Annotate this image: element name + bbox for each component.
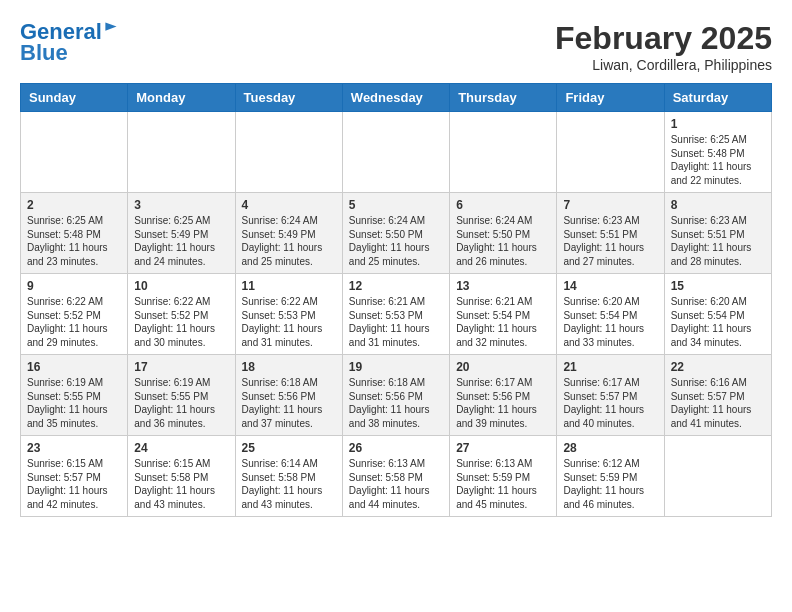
- day-cell: 12Sunrise: 6:21 AM Sunset: 5:53 PM Dayli…: [342, 274, 449, 355]
- day-cell: 25Sunrise: 6:14 AM Sunset: 5:58 PM Dayli…: [235, 436, 342, 517]
- day-cell: 3Sunrise: 6:25 AM Sunset: 5:49 PM Daylig…: [128, 193, 235, 274]
- day-cell: 14Sunrise: 6:20 AM Sunset: 5:54 PM Dayli…: [557, 274, 664, 355]
- day-cell: 18Sunrise: 6:18 AM Sunset: 5:56 PM Dayli…: [235, 355, 342, 436]
- day-cell: 24Sunrise: 6:15 AM Sunset: 5:58 PM Dayli…: [128, 436, 235, 517]
- day-number: 17: [134, 360, 228, 374]
- weekday-header-tuesday: Tuesday: [235, 84, 342, 112]
- day-number: 7: [563, 198, 657, 212]
- day-cell: 10Sunrise: 6:22 AM Sunset: 5:52 PM Dayli…: [128, 274, 235, 355]
- weekday-header-row: SundayMondayTuesdayWednesdayThursdayFrid…: [21, 84, 772, 112]
- day-info: Sunrise: 6:22 AM Sunset: 5:52 PM Dayligh…: [27, 295, 121, 349]
- day-number: 12: [349, 279, 443, 293]
- day-number: 3: [134, 198, 228, 212]
- weekday-header-sunday: Sunday: [21, 84, 128, 112]
- day-info: Sunrise: 6:15 AM Sunset: 5:57 PM Dayligh…: [27, 457, 121, 511]
- day-cell: 11Sunrise: 6:22 AM Sunset: 5:53 PM Dayli…: [235, 274, 342, 355]
- weekday-header-monday: Monday: [128, 84, 235, 112]
- day-number: 24: [134, 441, 228, 455]
- day-cell: [21, 112, 128, 193]
- day-cell: 17Sunrise: 6:19 AM Sunset: 5:55 PM Dayli…: [128, 355, 235, 436]
- day-info: Sunrise: 6:18 AM Sunset: 5:56 PM Dayligh…: [349, 376, 443, 430]
- day-cell: 28Sunrise: 6:12 AM Sunset: 5:59 PM Dayli…: [557, 436, 664, 517]
- day-number: 6: [456, 198, 550, 212]
- day-info: Sunrise: 6:19 AM Sunset: 5:55 PM Dayligh…: [27, 376, 121, 430]
- day-number: 13: [456, 279, 550, 293]
- weekday-header-saturday: Saturday: [664, 84, 771, 112]
- svg-marker-0: [105, 22, 116, 30]
- day-cell: 6Sunrise: 6:24 AM Sunset: 5:50 PM Daylig…: [450, 193, 557, 274]
- day-info: Sunrise: 6:24 AM Sunset: 5:49 PM Dayligh…: [242, 214, 336, 268]
- day-info: Sunrise: 6:13 AM Sunset: 5:59 PM Dayligh…: [456, 457, 550, 511]
- weekday-header-wednesday: Wednesday: [342, 84, 449, 112]
- week-row-1: 1Sunrise: 6:25 AM Sunset: 5:48 PM Daylig…: [21, 112, 772, 193]
- day-info: Sunrise: 6:21 AM Sunset: 5:54 PM Dayligh…: [456, 295, 550, 349]
- day-number: 20: [456, 360, 550, 374]
- day-number: 26: [349, 441, 443, 455]
- day-info: Sunrise: 6:12 AM Sunset: 5:59 PM Dayligh…: [563, 457, 657, 511]
- logo: General Blue: [20, 20, 118, 66]
- day-info: Sunrise: 6:22 AM Sunset: 5:53 PM Dayligh…: [242, 295, 336, 349]
- day-number: 25: [242, 441, 336, 455]
- calendar-table: SundayMondayTuesdayWednesdayThursdayFrid…: [20, 83, 772, 517]
- day-info: Sunrise: 6:20 AM Sunset: 5:54 PM Dayligh…: [671, 295, 765, 349]
- day-info: Sunrise: 6:22 AM Sunset: 5:52 PM Dayligh…: [134, 295, 228, 349]
- location: Liwan, Cordillera, Philippines: [555, 57, 772, 73]
- day-info: Sunrise: 6:15 AM Sunset: 5:58 PM Dayligh…: [134, 457, 228, 511]
- logo-flag-icon: [104, 21, 118, 35]
- day-info: Sunrise: 6:17 AM Sunset: 5:56 PM Dayligh…: [456, 376, 550, 430]
- day-info: Sunrise: 6:19 AM Sunset: 5:55 PM Dayligh…: [134, 376, 228, 430]
- day-info: Sunrise: 6:14 AM Sunset: 5:58 PM Dayligh…: [242, 457, 336, 511]
- day-number: 23: [27, 441, 121, 455]
- day-cell: 7Sunrise: 6:23 AM Sunset: 5:51 PM Daylig…: [557, 193, 664, 274]
- day-info: Sunrise: 6:23 AM Sunset: 5:51 PM Dayligh…: [671, 214, 765, 268]
- day-number: 15: [671, 279, 765, 293]
- day-info: Sunrise: 6:25 AM Sunset: 5:49 PM Dayligh…: [134, 214, 228, 268]
- day-cell: 21Sunrise: 6:17 AM Sunset: 5:57 PM Dayli…: [557, 355, 664, 436]
- day-cell: 23Sunrise: 6:15 AM Sunset: 5:57 PM Dayli…: [21, 436, 128, 517]
- day-info: Sunrise: 6:16 AM Sunset: 5:57 PM Dayligh…: [671, 376, 765, 430]
- day-number: 28: [563, 441, 657, 455]
- day-number: 11: [242, 279, 336, 293]
- day-info: Sunrise: 6:13 AM Sunset: 5:58 PM Dayligh…: [349, 457, 443, 511]
- day-number: 1: [671, 117, 765, 131]
- day-info: Sunrise: 6:24 AM Sunset: 5:50 PM Dayligh…: [456, 214, 550, 268]
- day-number: 18: [242, 360, 336, 374]
- day-info: Sunrise: 6:20 AM Sunset: 5:54 PM Dayligh…: [563, 295, 657, 349]
- day-cell: [664, 436, 771, 517]
- day-number: 14: [563, 279, 657, 293]
- day-number: 2: [27, 198, 121, 212]
- day-cell: 5Sunrise: 6:24 AM Sunset: 5:50 PM Daylig…: [342, 193, 449, 274]
- day-info: Sunrise: 6:21 AM Sunset: 5:53 PM Dayligh…: [349, 295, 443, 349]
- day-cell: 9Sunrise: 6:22 AM Sunset: 5:52 PM Daylig…: [21, 274, 128, 355]
- day-cell: [450, 112, 557, 193]
- day-cell: [128, 112, 235, 193]
- day-cell: [342, 112, 449, 193]
- day-number: 21: [563, 360, 657, 374]
- day-cell: 26Sunrise: 6:13 AM Sunset: 5:58 PM Dayli…: [342, 436, 449, 517]
- day-info: Sunrise: 6:17 AM Sunset: 5:57 PM Dayligh…: [563, 376, 657, 430]
- week-row-3: 9Sunrise: 6:22 AM Sunset: 5:52 PM Daylig…: [21, 274, 772, 355]
- day-number: 9: [27, 279, 121, 293]
- day-number: 27: [456, 441, 550, 455]
- day-cell: [557, 112, 664, 193]
- day-cell: 8Sunrise: 6:23 AM Sunset: 5:51 PM Daylig…: [664, 193, 771, 274]
- day-cell: 13Sunrise: 6:21 AM Sunset: 5:54 PM Dayli…: [450, 274, 557, 355]
- day-cell: 4Sunrise: 6:24 AM Sunset: 5:49 PM Daylig…: [235, 193, 342, 274]
- week-row-2: 2Sunrise: 6:25 AM Sunset: 5:48 PM Daylig…: [21, 193, 772, 274]
- day-cell: 22Sunrise: 6:16 AM Sunset: 5:57 PM Dayli…: [664, 355, 771, 436]
- day-info: Sunrise: 6:18 AM Sunset: 5:56 PM Dayligh…: [242, 376, 336, 430]
- title-area: February 2025 Liwan, Cordillera, Philipp…: [555, 20, 772, 73]
- day-cell: 16Sunrise: 6:19 AM Sunset: 5:55 PM Dayli…: [21, 355, 128, 436]
- weekday-header-thursday: Thursday: [450, 84, 557, 112]
- month-year: February 2025: [555, 20, 772, 57]
- day-cell: 19Sunrise: 6:18 AM Sunset: 5:56 PM Dayli…: [342, 355, 449, 436]
- day-number: 10: [134, 279, 228, 293]
- day-cell: 20Sunrise: 6:17 AM Sunset: 5:56 PM Dayli…: [450, 355, 557, 436]
- weekday-header-friday: Friday: [557, 84, 664, 112]
- day-info: Sunrise: 6:25 AM Sunset: 5:48 PM Dayligh…: [671, 133, 765, 187]
- day-number: 8: [671, 198, 765, 212]
- day-number: 19: [349, 360, 443, 374]
- day-cell: 15Sunrise: 6:20 AM Sunset: 5:54 PM Dayli…: [664, 274, 771, 355]
- header: General Blue February 2025 Liwan, Cordil…: [20, 20, 772, 73]
- day-number: 16: [27, 360, 121, 374]
